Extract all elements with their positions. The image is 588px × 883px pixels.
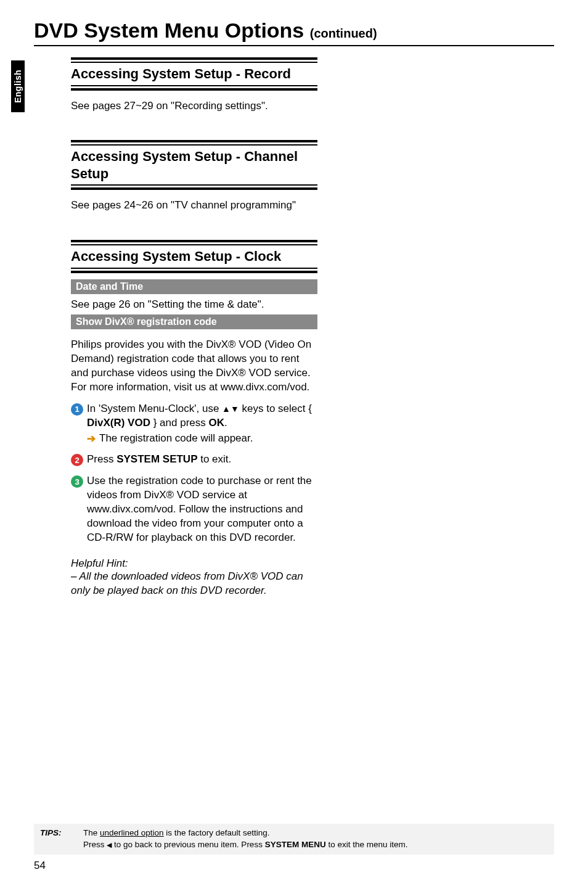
text-fragment: . bbox=[224, 417, 227, 429]
text-fragment: The bbox=[83, 828, 100, 837]
rule bbox=[71, 271, 317, 273]
text-fragment: } and press bbox=[150, 417, 209, 429]
rule bbox=[71, 268, 317, 269]
step-number-2-icon: 2 bbox=[71, 454, 83, 466]
rule bbox=[71, 187, 317, 190]
section-heading-record: Accessing System Setup - Record bbox=[71, 63, 317, 85]
band-divx: Show DivX® registration code bbox=[71, 314, 317, 329]
text-fragment: Press bbox=[87, 453, 116, 465]
page-number: 54 bbox=[34, 860, 46, 872]
text-fragment: to go back to previous menu item. Press bbox=[112, 840, 264, 849]
section-body-record: See pages 27~29 on "Recording settings". bbox=[71, 99, 317, 113]
section-heading-channel: Accessing System Setup - Channel Setup bbox=[71, 146, 317, 184]
band-date-time: Date and Time bbox=[71, 279, 317, 294]
step-1-result: ➔ The registration code will appear. bbox=[87, 432, 317, 445]
language-tab: English bbox=[11, 60, 25, 112]
step-number-1-icon: 1 bbox=[71, 403, 83, 416]
triangle-up-icon bbox=[222, 403, 231, 414]
step-2: 2 Press SYSTEM SETUP to exit. bbox=[71, 453, 317, 467]
ok-label: OK bbox=[208, 417, 224, 429]
page-title-continued: (continued) bbox=[310, 27, 377, 40]
system-setup-label: SYSTEM SETUP bbox=[116, 453, 197, 465]
tips-text: The underlined option is the factory def… bbox=[83, 828, 548, 851]
tips-bar: TIPS: The underlined option is the facto… bbox=[34, 824, 554, 855]
divx-paragraph: Philips provides you with the DivX® VOD … bbox=[71, 338, 317, 395]
helpful-hint-body: – All the downloaded videos from DivX® V… bbox=[71, 570, 317, 598]
date-time-body: See page 26 on "Setting the time & date"… bbox=[71, 298, 317, 312]
page-title-area: DVD System Menu Options (continued) bbox=[34, 18, 554, 46]
page-title-main: DVD System Menu Options bbox=[34, 18, 310, 42]
step-3-text: Use the registration code to purchase or… bbox=[87, 474, 317, 545]
section-heading-clock: Accessing System Setup - Clock bbox=[71, 245, 317, 268]
text-fragment: to exit the menu item. bbox=[326, 840, 408, 849]
divx-vod-label: DivX(R) VOD bbox=[87, 417, 150, 429]
text-fragment: Press bbox=[83, 840, 107, 849]
step-1-result-text: The registration code will appear. bbox=[99, 432, 253, 445]
rule bbox=[71, 240, 317, 242]
arrow-right-icon: ➔ bbox=[87, 432, 96, 445]
section-body-channel: See pages 24~26 on "TV channel programmi… bbox=[71, 199, 317, 213]
text-fragment: to exit. bbox=[198, 453, 232, 465]
rule bbox=[71, 184, 317, 186]
text-fragment: keys to select { bbox=[239, 403, 312, 414]
step-1-text: In 'System Menu-Clock', use keys to sele… bbox=[87, 402, 317, 430]
step-1: 1 In 'System Menu-Clock', use keys to se… bbox=[71, 402, 317, 430]
rule bbox=[71, 57, 317, 60]
content-column: Accessing System Setup - Record See page… bbox=[71, 57, 317, 598]
text-fragment: is the factory default setting. bbox=[164, 828, 270, 837]
text-fragment: In 'System Menu-Clock', use bbox=[87, 403, 222, 414]
step-number-3-icon: 3 bbox=[71, 475, 83, 488]
rule bbox=[71, 88, 317, 91]
tips-label: TIPS: bbox=[40, 828, 83, 851]
rule bbox=[71, 85, 317, 86]
step-3: 3 Use the registration code to purchase … bbox=[71, 474, 317, 545]
language-tab-label: English bbox=[13, 70, 23, 103]
underlined-option: underlined option bbox=[100, 828, 164, 837]
system-menu-label: SYSTEM MENU bbox=[265, 840, 326, 849]
rule bbox=[71, 140, 317, 142]
step-2-text: Press SYSTEM SETUP to exit. bbox=[87, 453, 317, 467]
triangle-down-icon bbox=[231, 403, 239, 414]
helpful-hint-heading: Helpful Hint: bbox=[71, 557, 317, 570]
